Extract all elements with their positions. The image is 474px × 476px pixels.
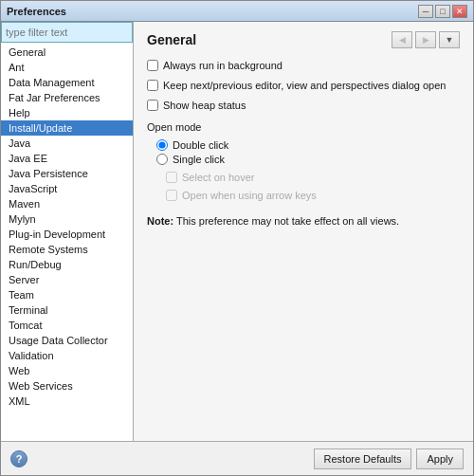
back-button[interactable]: ◀ [392, 31, 412, 48]
sidebar-item-terminal[interactable]: Terminal [1, 302, 133, 318]
minimize-button[interactable]: ─ [418, 5, 433, 18]
select-on-hover-checkbox[interactable] [166, 172, 177, 183]
sidebar-item-validation[interactable]: Validation [1, 348, 133, 363]
tree-list: GeneralAntData ManagementFat Jar Prefere… [1, 43, 133, 441]
sidebar-item-java-persistence[interactable]: Java Persistence [1, 166, 133, 181]
sidebar-item-tomcat[interactable]: Tomcat [1, 318, 133, 333]
sidebar-item-help[interactable]: Help [1, 105, 133, 120]
open-arrow-keys-label: Open when using arrow keys [182, 190, 317, 201]
sidebar-item-install-update[interactable]: Install/Update [1, 120, 133, 136]
window-title: Preferences [7, 6, 66, 17]
sidebar-item-xml[interactable]: XML [1, 394, 133, 409]
radio-row-double: Double click [156, 139, 460, 151]
content-header: General ◀ ▶ ▼ [147, 31, 460, 48]
open-arrow-keys-checkbox[interactable] [166, 190, 177, 201]
double-click-label: Double click [173, 139, 228, 151]
open-mode-label: Open mode [147, 121, 460, 133]
note-text: Note: This preference may not take effec… [147, 215, 460, 227]
sidebar-item-web-services[interactable]: Web Services [1, 378, 133, 394]
checkbox-row-3: Show heap status [147, 98, 460, 113]
action-buttons: Restore Defaults Apply [314, 449, 464, 469]
always-run-background-label: Always run in background [163, 60, 283, 71]
title-controls: ─ □ ✕ [418, 5, 467, 18]
keep-next-prev-editor-label: Keep next/previous editor, view and pers… [163, 80, 446, 91]
content-area: General ◀ ▶ ▼ Always run in background K… [134, 22, 473, 441]
bottom-bar: ? Restore Defaults Apply [1, 441, 473, 475]
sidebar-item-javascript[interactable]: JavaScript [1, 181, 133, 196]
keep-next-prev-editor-checkbox[interactable] [147, 80, 158, 91]
restore-defaults-button[interactable]: Restore Defaults [314, 449, 412, 469]
content-title: General [147, 32, 196, 47]
sidebar-item-run-debug[interactable]: Run/Debug [1, 257, 133, 272]
checkbox-row-2: Keep next/previous editor, view and pers… [147, 78, 460, 93]
content-spacer [147, 231, 460, 431]
title-bar-left: Preferences [7, 6, 66, 17]
radio-group: Double click Single click [147, 139, 460, 165]
sub-checkbox-row-1: Select on hover [166, 170, 460, 185]
show-heap-status-checkbox[interactable] [147, 100, 158, 111]
close-button[interactable]: ✕ [452, 5, 467, 18]
checkbox-row-1: Always run in background [147, 58, 460, 73]
sidebar-item-general[interactable]: General [1, 45, 133, 60]
sidebar-item-fat-jar-preferences[interactable]: Fat Jar Preferences [1, 90, 133, 105]
single-click-label: Single click [173, 154, 225, 165]
sidebar-item-server[interactable]: Server [1, 272, 133, 287]
radio-row-single: Single click [156, 154, 460, 165]
content-body: Always run in background Keep next/previ… [147, 58, 460, 431]
sidebar-item-remote-systems[interactable]: Remote Systems [1, 242, 133, 257]
sidebar-item-web[interactable]: Web [1, 363, 133, 378]
select-on-hover-label: Select on hover [182, 172, 254, 183]
main-area: GeneralAntData ManagementFat Jar Prefere… [1, 22, 473, 441]
sidebar-item-mylyn[interactable]: Mylyn [1, 211, 133, 227]
sub-options: Select on hover Open when using arrow ke… [147, 170, 460, 203]
single-click-radio[interactable] [156, 154, 168, 165]
sidebar-item-team[interactable]: Team [1, 287, 133, 302]
nav-buttons: ◀ ▶ ▼ [392, 31, 460, 48]
sidebar-item-usage-data-collector[interactable]: Usage Data Collector [1, 333, 133, 348]
sidebar-item-plug-in-development[interactable]: Plug-in Development [1, 227, 133, 242]
sidebar-item-java-ee[interactable]: Java EE [1, 151, 133, 166]
forward-button[interactable]: ▶ [415, 31, 436, 48]
sidebar-item-data-management[interactable]: Data Management [1, 75, 133, 90]
title-bar: Preferences ─ □ ✕ [1, 1, 473, 22]
sidebar-item-maven[interactable]: Maven [1, 196, 133, 211]
sub-checkbox-row-2: Open when using arrow keys [166, 188, 460, 203]
preferences-window: Preferences ─ □ ✕ GeneralAntData Managem… [0, 0, 474, 476]
nav-dropdown-button[interactable]: ▼ [439, 31, 460, 48]
sidebar-item-ant[interactable]: Ant [1, 60, 133, 75]
filter-input[interactable] [1, 22, 133, 43]
always-run-background-checkbox[interactable] [147, 60, 158, 71]
maximize-button[interactable]: □ [435, 5, 450, 18]
apply-button[interactable]: Apply [416, 449, 464, 469]
sidebar-item-java[interactable]: Java [1, 136, 133, 151]
show-heap-status-label: Show heap status [163, 100, 246, 111]
help-icon[interactable]: ? [10, 450, 27, 467]
sidebar: GeneralAntData ManagementFat Jar Prefere… [1, 22, 134, 441]
double-click-radio[interactable] [156, 139, 168, 151]
